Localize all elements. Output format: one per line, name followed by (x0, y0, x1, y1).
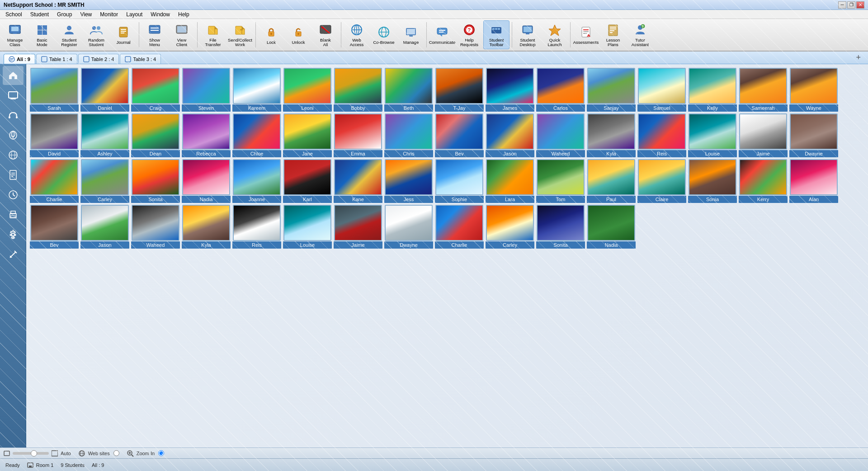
zoom-slider[interactable] (13, 452, 49, 455)
communicate-button[interactable]: Communicate (429, 20, 455, 49)
sidebar-item-document[interactable] (3, 165, 24, 184)
show-menu-button[interactable]: ShowMenu (142, 20, 168, 49)
student-card-kelly[interactable]: Kelly (688, 68, 737, 112)
menu-help[interactable]: Help (175, 10, 193, 19)
student-card-joanne[interactable]: Joanne (232, 159, 281, 203)
sidebar-item-monitor[interactable] (3, 86, 24, 105)
student-card-louise[interactable]: Louise (688, 113, 737, 157)
student-card-kareem[interactable]: Kareem (232, 68, 281, 112)
websites-radio[interactable] (113, 450, 119, 456)
sidebar-item-home[interactable] (3, 66, 24, 85)
random-student-button[interactable]: RandomStudent (83, 20, 109, 49)
student-desktop-button[interactable]: StudentDesktop (514, 20, 541, 49)
student-card-david[interactable]: David (30, 113, 79, 157)
window-controls[interactable]: ─ ❐ ✕ (838, 1, 864, 9)
web-access-button[interactable]: WebAccess (344, 20, 370, 49)
student-card-lara[interactable]: Lara (486, 159, 534, 203)
student-card-leoni[interactable]: Leoni (283, 68, 332, 112)
student-card-sophie[interactable]: Sophie (435, 159, 484, 203)
student-card-sameerah[interactable]: Sameerah (739, 68, 788, 112)
minimize-button[interactable]: ─ (838, 1, 846, 9)
restore-button[interactable]: ❐ (847, 1, 855, 9)
student-card-jason[interactable]: Jason (486, 113, 534, 157)
sidebar-item-pen[interactable] (3, 245, 24, 264)
student-card-chloe[interactable]: Chloe (232, 113, 281, 157)
student-card-daniel[interactable]: Daniel (80, 68, 129, 112)
student-card-charlie[interactable]: Charlie (30, 159, 79, 203)
student-card-jane[interactable]: Jane (283, 113, 332, 157)
menu-student[interactable]: Student (27, 10, 52, 19)
student-card-sonia[interactable]: Sonia (688, 159, 737, 203)
close-button[interactable]: ✕ (856, 1, 864, 9)
manage-class-button[interactable]: ManageClass (2, 20, 28, 49)
student-card-carlos[interactable]: Carlos (536, 68, 585, 112)
student-card-nadia2[interactable]: Nadia (587, 205, 636, 249)
student-card-sonita2[interactable]: Sonita (536, 205, 585, 249)
basic-mode-button[interactable]: BasicMode (29, 20, 55, 49)
menu-group[interactable]: Group (53, 10, 75, 19)
student-card-dean[interactable]: Dean (131, 113, 180, 157)
student-card-kyla[interactable]: Kyla (587, 113, 636, 157)
student-card-steven[interactable]: Steven (182, 68, 231, 112)
student-card-claire[interactable]: Claire (637, 159, 686, 203)
student-card-dwayne2[interactable]: Dwayne (384, 205, 433, 249)
menu-layout[interactable]: Layout (123, 10, 146, 19)
student-card-bev2[interactable]: Bev (30, 205, 79, 249)
student-card-bev[interactable]: Bev (435, 113, 484, 157)
lock-button[interactable]: Lock (258, 20, 284, 49)
tab-all[interactable]: All : 9 (4, 54, 35, 64)
student-card-alan[interactable]: Alan (789, 159, 838, 203)
student-card-jason2[interactable]: Jason (80, 205, 129, 249)
tab-table1[interactable]: Table 1 : 4 (36, 54, 77, 64)
student-card-reis[interactable]: Reis (637, 113, 686, 157)
sidebar-item-print[interactable] (3, 205, 24, 224)
student-card-carley[interactable]: Carley (80, 159, 129, 203)
student-card-wayne[interactable]: Wayne (789, 68, 838, 112)
tab-table2[interactable]: Table 2 : 4 (78, 54, 119, 64)
tab-table3[interactable]: Table 3 : 4 (120, 54, 161, 64)
student-card-dwayne[interactable]: Dwayne (789, 113, 838, 157)
menu-window[interactable]: Window (147, 10, 174, 19)
student-card-karl[interactable]: Karl (283, 159, 332, 203)
student-register-button[interactable]: StudentRegister (56, 20, 82, 49)
student-card-craig[interactable]: Craig (131, 68, 180, 112)
student-card-carley2[interactable]: Carley (486, 205, 534, 249)
student-card-samuel[interactable]: Samuel (637, 68, 686, 112)
menu-school[interactable]: School (2, 10, 26, 19)
file-transfer-button[interactable]: FileTransfer (200, 20, 226, 49)
student-card-sonita[interactable]: Sonita (131, 159, 180, 203)
sidebar-item-headset[interactable] (3, 106, 24, 125)
student-card-rebecca[interactable]: Rebecca (182, 113, 231, 157)
unlock-button[interactable]: Unlock (285, 20, 311, 49)
zoomin-radio[interactable] (158, 450, 164, 456)
student-toolbar-button[interactable]: StudentToolbar (483, 20, 509, 49)
student-card-louise2[interactable]: Louise (283, 205, 332, 249)
sidebar-item-gear[interactable] (3, 225, 24, 244)
blank-all-button[interactable]: BlankAll (312, 20, 339, 49)
help-requests-button[interactable]: ? HelpRequests (456, 20, 482, 49)
student-card-tom[interactable]: Tom (536, 159, 585, 203)
add-tab-button[interactable]: + (852, 51, 864, 64)
student-card-emma[interactable]: Emma (334, 113, 382, 157)
student-card-beth[interactable]: Beth (384, 68, 433, 112)
lesson-plans-button[interactable]: LessonPlans (600, 20, 626, 49)
journal-button[interactable]: Journal (110, 20, 137, 49)
send-collect-button[interactable]: Send/CollectWork (227, 20, 253, 49)
student-card-james[interactable]: James (486, 68, 534, 112)
menu-monitor[interactable]: Monitor (96, 10, 122, 19)
student-card-kyla2[interactable]: Kyla (182, 205, 231, 249)
student-card-sarah[interactable]: Sarah (30, 68, 79, 112)
zoom-slider-thumb[interactable] (31, 450, 37, 457)
student-card-paul[interactable]: Paul (587, 159, 636, 203)
sidebar-item-brain[interactable] (3, 126, 24, 145)
quick-launch-button[interactable]: QuickLaunch (542, 20, 568, 49)
assessments-button[interactable]: Assessments (573, 20, 599, 49)
student-card-jess[interactable]: Jess (384, 159, 433, 203)
student-card-reis2[interactable]: Reis (232, 205, 281, 249)
view-client-button[interactable]: ViewClient (169, 20, 195, 49)
menu-view[interactable]: View (76, 10, 95, 19)
student-card-tjay[interactable]: T-Jay (435, 68, 484, 112)
sidebar-item-globe[interactable] (3, 146, 24, 165)
manage-button[interactable]: Manage (398, 20, 424, 49)
student-card-ashley[interactable]: Ashley (80, 113, 129, 157)
